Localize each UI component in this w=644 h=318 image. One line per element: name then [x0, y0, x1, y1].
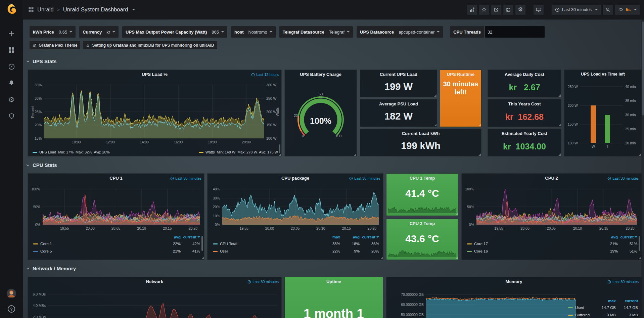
user-avatar[interactable]: [6, 288, 16, 299]
legend-column-header[interactable]: current: [616, 299, 638, 303]
dashboard-title[interactable]: Unraid System Dashboard: [63, 6, 128, 13]
dashboard-title-caret-icon[interactable]: [132, 9, 135, 10]
panel-timerange[interactable]: Last 30 minutes: [607, 280, 639, 284]
axis-tick-label: 19:55: [60, 226, 69, 230]
panel-timerange[interactable]: Last 30 minutes: [247, 280, 279, 284]
page-scrollbar[interactable]: [641, 19, 644, 318]
legend-column-header[interactable]: max: [321, 235, 340, 239]
refresh-picker[interactable]: 5s: [615, 5, 640, 15]
legend-series-name[interactable]: CPU Total: [213, 242, 321, 246]
panel-scrollbar[interactable]: [279, 144, 280, 153]
legend-scrollbar[interactable]: [639, 236, 640, 251]
axis-tick-label: 15%: [35, 136, 42, 140]
legend-column-header[interactable]: current: [618, 235, 637, 239]
legend-series-name[interactable]: User: [213, 249, 321, 253]
panel-title[interactable]: Current Load kWh: [360, 131, 481, 136]
panel-title[interactable]: UPS Battery Charge: [285, 72, 357, 77]
sidebar-item-explore[interactable]: [8, 63, 15, 70]
axis-tick-label: 100 W: [568, 141, 578, 145]
variable-value-dropdown[interactable]: 865: [210, 30, 226, 35]
cpu-threads-input[interactable]: [485, 26, 545, 38]
section-network-memory[interactable]: Network / Memory: [26, 266, 76, 271]
panel-timerange[interactable]: Last 30 minutes: [170, 176, 201, 180]
axis-tick-label: 20:00: [521, 226, 530, 230]
panel-title[interactable]: This Years Cost: [488, 101, 561, 106]
variable-value-dropdown[interactable]: apcupsd-container: [397, 30, 442, 35]
variable-value-dropdown[interactable]: Telegraf: [327, 30, 352, 35]
favorite-button[interactable]: [479, 5, 489, 15]
section-ups-stats[interactable]: UPS Stats: [26, 58, 57, 64]
section-cpu-stats[interactable]: CPU Stats: [26, 162, 57, 168]
panel-timerange[interactable]: Last 30 minutes: [607, 176, 639, 180]
cycle-view-mode-button[interactable]: [534, 5, 544, 15]
share-button[interactable]: [491, 5, 501, 15]
legend-series-name[interactable]: Used: [568, 306, 594, 310]
legend-column-header[interactable]: current: [181, 235, 200, 239]
help-button[interactable]: [8, 305, 15, 313]
panel-title[interactable]: Uptime: [285, 279, 383, 284]
legend-series-name[interactable]: Watts: [205, 150, 215, 154]
panel-title[interactable]: Average Daily Cost: [488, 72, 561, 77]
axis-tick-label: 19:55: [494, 226, 503, 230]
panel-title[interactable]: CPU 2 Temp: [386, 221, 458, 226]
stat-value: 182 W: [360, 111, 437, 122]
legend-row: Core 122%42%: [33, 240, 200, 247]
legend-series-name[interactable]: UPS Load: [39, 150, 56, 154]
panel-title[interactable]: Estimated Yearly Cost: [488, 131, 561, 136]
panel-title[interactable]: Memory: [386, 279, 641, 284]
chart-legend: UPS LoadMin: 17% Max: 32% Avg: 20% Watts…: [33, 150, 278, 154]
panel-title[interactable]: UPS Runtime: [440, 72, 481, 77]
panel-title[interactable]: UPS Load vs Time left: [564, 72, 641, 77]
panel-title[interactable]: UPS Load %: [28, 72, 281, 77]
zoom-out-button[interactable]: [603, 5, 613, 15]
scrollbar-thumb[interactable]: [642, 21, 644, 116]
variable-value-dropdown[interactable]: 0.65: [57, 30, 74, 35]
panel-timerange[interactable]: Last 30 minutes: [349, 176, 380, 180]
legend-scrollbar[interactable]: [201, 236, 203, 251]
legend-series-name[interactable]: Core 1: [33, 242, 161, 246]
sidebar-item-dashboards[interactable]: [8, 46, 15, 54]
grafana-logo[interactable]: [5, 3, 17, 15]
axis-tick-label: 16:00: [174, 140, 183, 144]
panel-cpu1-temp: CPU 1 Temp 41.4 °C: [386, 174, 458, 216]
plus-icon: [8, 30, 15, 37]
variable-value-dropdown[interactable]: Nostromo: [246, 30, 274, 35]
panel-timerange[interactable]: Last 12 hours: [251, 73, 279, 77]
link-ups-monitoring-guide[interactable]: Setting up Grafana and InfluxDB for UPS …: [83, 41, 217, 49]
panel-title[interactable]: Network: [28, 279, 281, 284]
axis-tick-label: 50%: [467, 205, 474, 209]
legend-column-header[interactable]: current: [360, 235, 379, 239]
legend-series-name[interactable]: Core 17: [467, 242, 598, 246]
section-title: CPU Stats: [33, 162, 57, 168]
sidebar-item-alerting[interactable]: [8, 79, 15, 87]
legend-series-stats: Min: 17% Max: 32% Avg: 20%: [58, 150, 109, 154]
sidebar-item-configuration[interactable]: ⚙: [8, 96, 15, 103]
sidebar-item-create[interactable]: [8, 30, 15, 37]
legend-column-header[interactable]: avg: [598, 235, 618, 239]
add-panel-button[interactable]: [467, 5, 477, 15]
chevron-down-icon: [26, 163, 30, 168]
sidebar-item-server-admin[interactable]: [8, 112, 15, 120]
gauge-value: 100%: [285, 116, 357, 126]
dashboard-settings-button[interactable]: ⚙: [515, 5, 525, 15]
dashboards-grid-icon[interactable]: [28, 7, 34, 12]
panel-average-daily-cost: Average Daily Cost kr 2.67: [488, 70, 561, 97]
variable-value-dropdown[interactable]: kr: [104, 30, 117, 35]
legend-series-name[interactable]: Core 16: [467, 249, 598, 253]
legend-series-name[interactable]: Buffered: [568, 313, 594, 317]
time-range-picker[interactable]: Last 30 minutes: [552, 5, 601, 15]
panel-title[interactable]: CPU 1 Temp: [386, 176, 458, 181]
axis-tick-label: 2.0 MBs: [33, 315, 46, 318]
legend-column-header[interactable]: avg: [161, 235, 181, 239]
panel-title[interactable]: Current UPS Load: [360, 72, 437, 77]
legend-series-name[interactable]: Core 5: [33, 249, 161, 253]
variable-currency: Currency kr: [79, 26, 119, 38]
legend-table: avgcurrent Core 1721%51% Core 1619%51%: [467, 234, 637, 255]
legend-column-header[interactable]: avg: [340, 235, 360, 239]
breadcrumb-folder[interactable]: Unraid: [37, 6, 54, 13]
variable-value: 0.65: [59, 30, 67, 35]
panel-title[interactable]: Average PSU Load: [360, 101, 437, 106]
link-grafana-plex-theme[interactable]: Grafana Plex Theme: [30, 41, 80, 49]
legend-column-header[interactable]: max: [594, 299, 616, 303]
save-dashboard-button[interactable]: [503, 5, 513, 15]
